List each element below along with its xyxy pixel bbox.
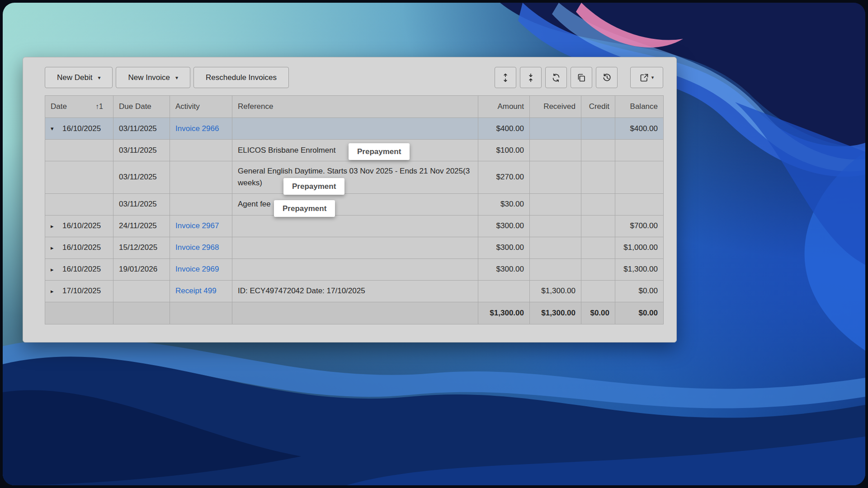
prepayment-badge[interactable]: Prepayment (349, 143, 410, 160)
sort-indicator: ↑1 (95, 103, 103, 111)
history-icon (602, 73, 612, 82)
copy-icon (577, 73, 586, 82)
table-row-invoice-2966[interactable]: ▾16/10/2025 03/11/2025 Invoice 2966 $400… (45, 118, 664, 140)
export-button[interactable]: ▾ (630, 67, 663, 88)
credit-cell (581, 280, 615, 302)
amount-cell: $270.00 (478, 161, 530, 194)
reschedule-invoices-button[interactable]: Reschedule Invoices (193, 67, 289, 88)
due-date-cell (113, 280, 170, 302)
balance-cell: $0.00 (615, 280, 664, 302)
received-cell (530, 118, 581, 140)
activity-link[interactable]: Invoice 2966 (175, 124, 219, 133)
transactions-table: Date ↑1 Due Date Activity Reference Amou… (45, 95, 664, 324)
total-received: $1,300.00 (530, 302, 581, 324)
reference-cell: ID: ECY497472042 Date: 17/10/2025 (232, 280, 478, 302)
row-expander-icon[interactable]: ▸ (51, 266, 62, 273)
activity-link[interactable]: Invoice 2968 (175, 243, 219, 252)
amount-cell: $300.00 (478, 258, 530, 280)
column-header-reference[interactable]: Reference (232, 96, 478, 118)
date-cell: 16/10/2025 (62, 243, 101, 252)
row-expander-icon[interactable]: ▸ (51, 244, 62, 251)
balance-cell: $700.00 (615, 215, 664, 237)
prepayment-badge[interactable]: Prepayment (283, 178, 344, 195)
due-date-cell: 03/11/2025 (113, 140, 170, 161)
due-date-cell: 03/11/2025 (113, 193, 170, 215)
due-date-cell: 03/11/2025 (113, 118, 170, 140)
amount-cell: $100.00 (478, 140, 530, 161)
table-row-receipt-499[interactable]: ▸17/10/2025 Receipt 499 ID: ECY497472042… (45, 280, 664, 302)
collapse-all-rows-button[interactable] (520, 67, 542, 88)
refresh-button[interactable] (545, 67, 567, 88)
credit-cell (581, 215, 615, 237)
received-cell (530, 237, 581, 258)
received-cell (530, 258, 581, 280)
date-cell: 16/10/2025 (62, 221, 101, 230)
row-expander-icon[interactable]: ▸ (51, 288, 62, 295)
export-icon (640, 73, 649, 82)
amount-cell: $300.00 (478, 215, 530, 237)
column-header-activity[interactable]: Activity (170, 96, 232, 118)
toolbar: New Debit ▾ New Invoice ▾ Reschedule Inv… (45, 67, 663, 88)
date-cell: 17/10/2025 (62, 286, 101, 296)
reference-cell (232, 237, 478, 258)
table-totals-row: $1,300.00 $1,300.00 $0.00 $0.00 (45, 302, 664, 324)
reference-cell: General English Daytime. Starts 03 Nov 2… (232, 161, 478, 194)
balance-cell: $1,000.00 (615, 237, 664, 258)
reference-cell (232, 215, 478, 237)
column-header-due-date[interactable]: Due Date (113, 96, 170, 118)
date-cell: 16/10/2025 (62, 265, 101, 274)
activity-link[interactable]: Receipt 499 (175, 286, 217, 295)
total-credit: $0.00 (581, 302, 615, 324)
table-row-fee-agent-fee[interactable]: 03/11/2025 Agent fee $30.00 (45, 193, 664, 215)
chevron-down-icon: ▾ (98, 75, 100, 81)
activity-link[interactable]: Invoice 2967 (175, 221, 219, 230)
refresh-icon (552, 73, 561, 82)
received-cell: $1,300.00 (530, 280, 581, 302)
table-row-invoice-2967[interactable]: ▸16/10/2025 24/11/2025 Invoice 2967 $300… (45, 215, 664, 237)
chevron-down-icon: ▾ (651, 75, 654, 80)
student-finance-window: New Debit ▾ New Invoice ▾ Reschedule Inv… (23, 57, 677, 343)
copy-button[interactable] (571, 67, 592, 88)
due-date-cell: 03/11/2025 (113, 161, 170, 194)
column-header-balance[interactable]: Balance (615, 96, 664, 118)
reference-cell (232, 118, 478, 140)
credit-cell (581, 258, 615, 280)
amount-cell: $300.00 (478, 237, 530, 258)
expand-rows-icon (501, 73, 510, 82)
column-header-received[interactable]: Received (530, 96, 581, 118)
credit-cell (581, 237, 615, 258)
collapse-rows-icon (526, 73, 535, 82)
reference-cell (232, 258, 478, 280)
toolbar-right-group: ▾ (495, 67, 663, 88)
amount-cell (478, 280, 530, 302)
due-date-cell: 24/11/2025 (113, 215, 170, 237)
row-expander-icon[interactable]: ▸ (51, 223, 62, 230)
column-header-date[interactable]: Date ↑1 (45, 96, 113, 118)
table-row-invoice-2968[interactable]: ▸16/10/2025 15/12/2025 Invoice 2968 $300… (45, 237, 664, 258)
reference-cell: Agent fee (232, 193, 478, 215)
table-header-row: Date ↑1 Due Date Activity Reference Amou… (45, 96, 664, 118)
date-cell: 16/10/2025 (62, 124, 101, 133)
new-invoice-button[interactable]: New Invoice ▾ (116, 67, 190, 88)
new-debit-button[interactable]: New Debit ▾ (45, 67, 113, 88)
due-date-cell: 15/12/2025 (113, 237, 170, 258)
table-row-invoice-2969[interactable]: ▸16/10/2025 19/01/2026 Invoice 2969 $300… (45, 258, 664, 280)
history-button[interactable] (596, 67, 618, 88)
row-expander-icon[interactable]: ▾ (51, 125, 62, 132)
due-date-cell: 19/01/2026 (113, 258, 170, 280)
chevron-down-icon: ▾ (175, 75, 178, 81)
amount-cell: $30.00 (478, 193, 530, 215)
expand-all-rows-button[interactable] (495, 67, 516, 88)
amount-cell: $400.00 (478, 118, 530, 140)
balance-cell: $1,300.00 (615, 258, 664, 280)
column-header-amount[interactable]: Amount (478, 96, 530, 118)
prepayment-badge[interactable]: Prepayment (274, 200, 335, 217)
credit-cell (581, 118, 615, 140)
balance-cell: $400.00 (615, 118, 664, 140)
activity-link[interactable]: Invoice 2969 (175, 265, 219, 273)
table-row-fee-general-english[interactable]: 03/11/2025 General English Daytime. Star… (45, 161, 664, 194)
toolbar-left-group: New Debit ▾ New Invoice ▾ Reschedule Inv… (45, 67, 289, 88)
total-balance: $0.00 (615, 302, 664, 324)
received-cell (530, 215, 581, 237)
column-header-credit[interactable]: Credit (581, 96, 615, 118)
